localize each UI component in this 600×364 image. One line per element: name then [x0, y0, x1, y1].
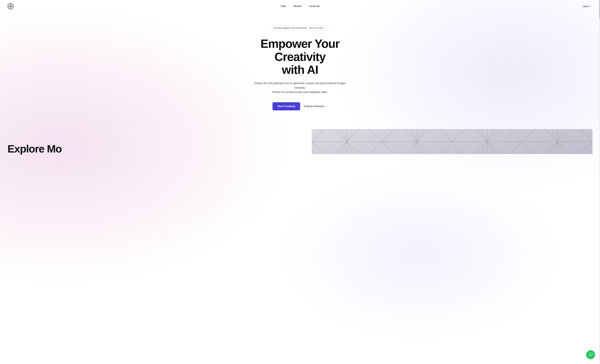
navbar-center: Tools Models Generate	[280, 5, 320, 8]
bottom-section-text: Explore Mo	[8, 144, 62, 154]
start-creating-button[interactable]: Start Creating	[272, 102, 300, 110]
hero-title: Empower Your Creativity with AI	[245, 37, 355, 76]
nav-models[interactable]: Models	[294, 5, 302, 8]
page-wrapper: Tools Models Generate Log in → Exciting …	[0, 0, 600, 364]
navbar-left	[8, 3, 14, 9]
section-label-text: Explore Mo	[8, 143, 62, 156]
hero-title-line2: with AI	[282, 63, 318, 76]
nav-generate[interactable]: Generate	[309, 5, 320, 8]
explore-features-button[interactable]: Explore Features →	[304, 105, 328, 108]
nav-tools[interactable]: Tools	[280, 5, 286, 8]
logo-icon[interactable]	[8, 3, 14, 9]
announcement-banner: Exciting updates at AI Photoshoot. Disco…	[271, 25, 329, 31]
navbar: Tools Models Generate Log in →	[0, 0, 600, 12]
bottom-area: Explore Mo	[0, 129, 600, 154]
chat-button[interactable]	[586, 350, 595, 359]
hero-section: Exciting updates at AI Photoshoot. Disco…	[0, 12, 600, 120]
scrollbar[interactable]	[599, 0, 600, 364]
hero-subtitle-line2: Perfect for professionals and hobbyists …	[272, 91, 328, 94]
login-link[interactable]: Log in →	[582, 5, 592, 8]
scrollbar-thumb	[599, 0, 600, 19]
geometric-image	[312, 129, 592, 154]
hero-buttons: Start Creating Explore Features →	[272, 102, 328, 110]
hero-title-line1: Empower Your Creativity	[261, 37, 339, 63]
hero-subtitle-line1: Unlock the full potential of AI to gener…	[254, 82, 346, 89]
announcement-text: Exciting updates at AI Photoshoot.	[274, 27, 307, 29]
chat-icon	[589, 353, 593, 357]
discover-more-link[interactable]: Discover more →	[309, 27, 326, 29]
hero-subtitle: Unlock the full potential of AI to gener…	[253, 81, 347, 94]
navbar-right: Log in →	[582, 5, 592, 8]
